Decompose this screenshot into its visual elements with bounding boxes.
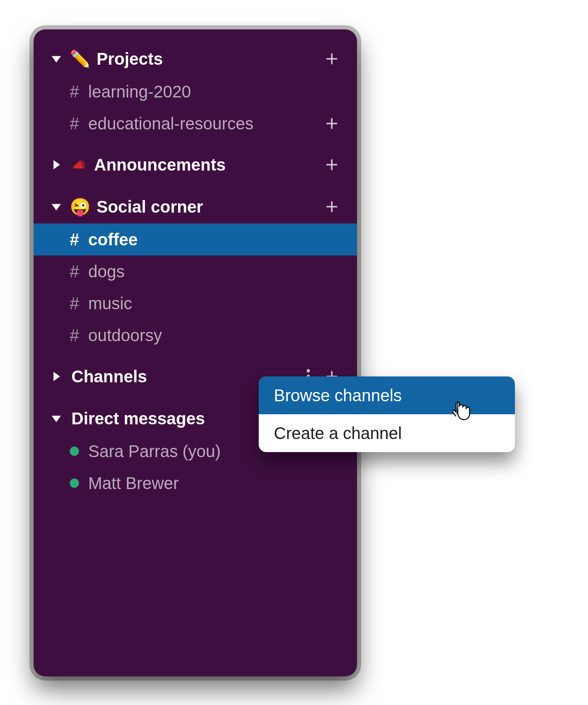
section-header-social-corner[interactable]: 😜 Social corner [34, 190, 357, 224]
channel-label: outdoorsy [88, 326, 344, 345]
caret-down-icon [50, 414, 62, 423]
popover-item-label: Create a channel [274, 424, 402, 443]
channel-item-outdoorsy[interactable]: # outdoorsy [34, 319, 357, 351]
presence-active-icon [70, 447, 79, 456]
channel-sidebar: ✏️ Projects # learning-2020 # educationa… [34, 29, 357, 676]
channel-label: learning-2020 [88, 82, 344, 101]
channel-actions-popover: Browse channels Create a channel [259, 376, 515, 452]
popover-item-browse-channels[interactable]: Browse channels [259, 376, 515, 414]
section-label: Projects [97, 50, 320, 68]
section-label: Social corner [97, 197, 320, 216]
megaphone-icon [70, 155, 88, 174]
add-channel-button[interactable] [320, 47, 344, 71]
wink-tongue-icon: 😜 [70, 197, 91, 217]
add-channel-button[interactable] [320, 153, 344, 176]
channel-item-learning-2020[interactable]: # learning-2020 [34, 76, 357, 108]
channel-item-dogs[interactable]: # dogs [34, 255, 357, 287]
caret-down-icon [50, 54, 62, 63]
add-channel-button[interactable] [320, 112, 344, 135]
pencil-icon: ✏️ [70, 49, 91, 69]
add-channel-button[interactable] [320, 195, 344, 218]
channel-item-educational-resources[interactable]: # educational-resources [34, 108, 357, 139]
section-header-projects[interactable]: ✏️ Projects [34, 42, 357, 76]
popover-item-label: Browse channels [274, 386, 402, 405]
channel-label: music [88, 294, 344, 313]
caret-down-icon [50, 202, 62, 211]
channel-label: coffee [88, 230, 344, 249]
popover-item-create-channel[interactable]: Create a channel [259, 414, 515, 452]
hash-icon: # [70, 294, 88, 313]
section-header-announcements[interactable]: Announcements [34, 148, 357, 182]
hash-icon: # [70, 230, 88, 249]
hash-icon: # [70, 326, 88, 345]
channel-label: dogs [88, 262, 344, 281]
hash-icon: # [70, 82, 88, 101]
channel-item-coffee[interactable]: # coffee [34, 224, 357, 255]
channel-item-music[interactable]: # music [34, 287, 357, 319]
section-label: Announcements [94, 155, 320, 174]
caret-right-icon [50, 160, 62, 169]
svg-point-2 [307, 369, 310, 373]
caret-right-icon [50, 372, 62, 381]
hash-icon: # [70, 262, 88, 281]
presence-active-icon [70, 479, 79, 488]
channel-label: educational-resources [88, 114, 320, 133]
dm-item[interactable]: Matt Brewer [34, 467, 357, 499]
dm-label: Matt Brewer [88, 474, 344, 493]
hash-icon: # [70, 114, 88, 133]
